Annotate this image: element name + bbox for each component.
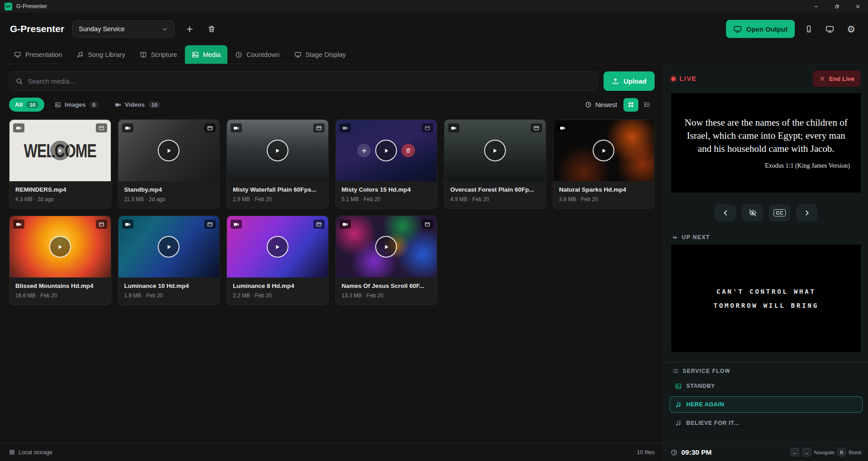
video-camera-icon — [115, 102, 121, 108]
send-to-output-icon[interactable] — [204, 220, 216, 229]
music-note-icon — [675, 420, 682, 427]
play-button[interactable] — [484, 140, 506, 161]
send-to-output-icon[interactable] — [204, 123, 216, 132]
play-button[interactable] — [593, 140, 614, 161]
list-icon — [644, 101, 651, 108]
delete-media-button[interactable] — [401, 144, 415, 157]
add-to-service-button[interactable] — [357, 144, 371, 157]
search-icon — [15, 77, 23, 85]
media-thumbnail[interactable] — [118, 216, 220, 278]
tab-countdown[interactable]: Countdown — [228, 45, 286, 64]
display-button[interactable] — [823, 22, 837, 36]
divider — [664, 362, 868, 362]
send-to-output-icon[interactable] — [531, 123, 542, 132]
tab-song-library[interactable]: Song Library — [70, 45, 132, 64]
media-card[interactable]: Standby.mp4 11.3 MB · 2d ago — [118, 119, 220, 209]
send-to-output-icon[interactable] — [313, 123, 325, 132]
play-button[interactable] — [375, 236, 397, 258]
tab-label: Countdown — [246, 51, 279, 58]
window-title: G-Presenter — [16, 3, 47, 9]
media-thumbnail[interactable]: WELCOME — [9, 120, 111, 181]
clock-icon — [235, 51, 242, 58]
filter-images[interactable]: Images 0 — [49, 98, 104, 112]
tab-media[interactable]: Media — [185, 45, 228, 64]
service-flow-item-standby[interactable]: STANDBY — [670, 378, 863, 394]
send-to-output-icon[interactable] — [313, 220, 325, 229]
media-card[interactable]: Misty Colors 15 Hd.mp4 5.1 MB · Feb 20 — [335, 119, 438, 209]
open-output-button[interactable]: Open Output — [726, 20, 795, 38]
sort-button[interactable]: Newest — [585, 101, 617, 108]
send-to-output-icon[interactable] — [96, 123, 107, 132]
media-file-meta: 3.8 MB · Feb 20 — [559, 196, 649, 202]
play-button[interactable] — [158, 236, 179, 258]
media-card[interactable]: Overcast Forest Plain 60Fp... 4.9 MB · F… — [444, 119, 546, 209]
minimize-button[interactable] — [806, 0, 826, 13]
delete-playlist-button[interactable] — [205, 22, 218, 36]
media-card[interactable]: Luminance 8 Hd.mp4 2.2 MB · Feb 20 — [226, 216, 329, 305]
playlist-selector-value: Sunday Service — [79, 25, 125, 33]
key-b: B — [837, 448, 846, 456]
tab-presentation[interactable]: Presentation — [7, 45, 69, 64]
service-flow-label: SERVICE FLOW — [683, 368, 731, 374]
media-card[interactable]: Natural Sparks Hd.mp4 3.8 MB · Feb 20 — [553, 119, 655, 209]
page-title: G-Presenter — [10, 24, 64, 34]
filter-videos[interactable]: Videos 10 — [109, 98, 166, 112]
send-to-output-icon[interactable] — [96, 220, 107, 229]
media-file-name: Standby.mp4 — [124, 186, 214, 193]
media-thumbnail[interactable] — [336, 216, 437, 278]
fast-forward-icon — [672, 235, 678, 240]
play-button[interactable] — [375, 140, 397, 161]
service-flow-item-here-again[interactable]: HERE AGAIN — [670, 396, 863, 413]
play-button[interactable] — [267, 236, 288, 258]
media-thumbnail[interactable] — [336, 120, 437, 181]
tab-stage-display[interactable]: Stage Display — [288, 45, 353, 64]
mobile-remote-button[interactable] — [802, 22, 816, 36]
play-button[interactable] — [267, 140, 288, 161]
media-thumbnail[interactable] — [227, 120, 328, 181]
send-to-output-icon[interactable] — [422, 220, 433, 229]
playlist-selector[interactable]: Sunday Service — [72, 20, 175, 38]
captions-button[interactable]: CC — [769, 204, 790, 221]
play-button[interactable] — [49, 236, 71, 258]
upload-button[interactable]: Upload — [604, 71, 655, 91]
media-card[interactable]: Blissed Mountains Hd.mp4 16.6 MB · Feb 2… — [9, 216, 111, 305]
filter-count-badge: 10 — [26, 101, 38, 108]
filter-label: Images — [65, 101, 86, 108]
media-file-name: Misty Colors 15 Hd.mp4 — [342, 186, 431, 193]
filter-label: All — [15, 101, 23, 108]
maximize-button[interactable] — [826, 0, 847, 13]
media-card[interactable]: Misty Waterfall Plain 60Fps... 2.9 MB · … — [226, 119, 329, 209]
previous-slide-button[interactable] — [715, 204, 736, 221]
search-input[interactable] — [28, 77, 591, 85]
tab-scripture[interactable]: Scripture — [133, 45, 184, 64]
media-file-meta: 5.1 MB · Feb 20 — [342, 196, 431, 202]
play-button[interactable] — [49, 140, 71, 161]
cc-icon: CC — [774, 209, 785, 216]
service-flow-item-label: STANDBY — [686, 383, 715, 389]
next-slide-button[interactable] — [796, 204, 817, 221]
presentation-icon — [14, 51, 21, 58]
settings-button[interactable]: ⚙ — [844, 22, 858, 37]
live-output-preview: Now these are the names of the children … — [671, 93, 861, 193]
play-button[interactable] — [158, 140, 179, 161]
service-flow-item-believe-for-it[interactable]: BELIEVE FOR IT... — [670, 415, 863, 431]
end-live-button[interactable]: End Live — [813, 71, 861, 87]
media-thumbnail[interactable] — [444, 120, 546, 181]
filter-all[interactable]: All 10 — [9, 98, 44, 112]
media-file-meta: 11.3 MB · 2d ago — [124, 196, 214, 202]
media-thumbnail[interactable] — [9, 216, 111, 278]
grid-view-button[interactable] — [623, 98, 638, 112]
add-playlist-button[interactable] — [183, 22, 197, 36]
media-thumbnail[interactable] — [227, 216, 328, 278]
media-thumbnail[interactable] — [118, 120, 220, 181]
hide-text-button[interactable] — [742, 204, 763, 221]
media-card[interactable]: WELCOME REMINDERS.mp4 4.3 MB · 2d ago — [9, 119, 111, 209]
media-card[interactable]: Luminance 10 Hd.mp4 1.9 MB · Feb 20 — [118, 216, 220, 305]
media-thumbnail[interactable] — [553, 120, 655, 181]
window-controls — [806, 0, 868, 13]
navigate-hint-label: Navigate — [814, 450, 835, 455]
media-card[interactable]: Names Of Jesus Scroll 60F... 13.3 MB · F… — [335, 216, 438, 305]
list-view-button[interactable] — [640, 98, 655, 112]
close-button[interactable] — [847, 0, 868, 13]
sidebar-footer: 09:30 PM ← → Navigate B Blank — [664, 443, 868, 461]
